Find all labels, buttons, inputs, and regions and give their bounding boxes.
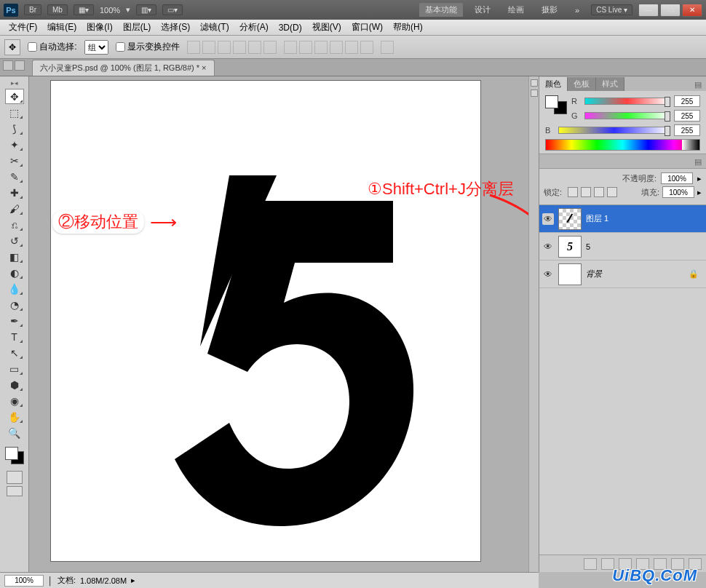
panel-menu-icon[interactable]: ▤ bbox=[690, 79, 706, 91]
g-input[interactable] bbox=[674, 110, 700, 122]
r-slider[interactable] bbox=[584, 98, 670, 105]
align-icon[interactable] bbox=[187, 41, 200, 54]
close-button[interactable]: ✕ bbox=[682, 4, 702, 17]
layer-thumbnail[interactable]: 5 bbox=[558, 236, 582, 258]
layer-row[interactable]: 👁 背景 🔒 bbox=[539, 261, 706, 288]
zoom-dropdown-icon[interactable]: ▾ bbox=[126, 5, 130, 15]
layer-row[interactable]: 👁 5 5 bbox=[539, 233, 706, 261]
tab-next-icon[interactable] bbox=[15, 60, 25, 71]
lock-all-icon[interactable] bbox=[607, 187, 617, 197]
bridge-button[interactable]: Br bbox=[24, 4, 41, 15]
lock-position-icon[interactable] bbox=[594, 187, 604, 197]
arrange-button[interactable]: ▥▾ bbox=[136, 4, 156, 15]
chevron-down-icon[interactable]: ▸ bbox=[697, 188, 702, 197]
layer-name[interactable]: 图层 1 bbox=[586, 213, 703, 224]
zoom-tool[interactable]: 🔍 bbox=[5, 425, 24, 440]
lock-pixels-icon[interactable] bbox=[581, 187, 591, 197]
color-swatches[interactable] bbox=[4, 445, 25, 466]
align-icon[interactable] bbox=[263, 41, 277, 54]
workspace-photography[interactable]: 摄影 bbox=[536, 3, 563, 17]
3d-camera-tool[interactable]: ◉ bbox=[5, 393, 24, 408]
eyedropper-tool[interactable]: ✎ bbox=[5, 169, 24, 184]
menu-analysis[interactable]: 分析(A) bbox=[235, 20, 273, 35]
panel-menu-icon[interactable]: ▤ bbox=[690, 156, 706, 168]
auto-select-checkbox[interactable]: 自动选择: bbox=[28, 41, 77, 53]
maximize-button[interactable]: ▭ bbox=[660, 4, 681, 17]
distribute-icon[interactable] bbox=[314, 41, 328, 54]
menu-select[interactable]: 选择(S) bbox=[156, 20, 194, 35]
menu-layer[interactable]: 图层(L) bbox=[119, 20, 156, 35]
minibridge-button[interactable]: Mb bbox=[47, 4, 68, 15]
document-tab[interactable]: 六小灵童PS.psd @ 100% (图层 1, RGB/8#) * × bbox=[32, 60, 215, 76]
healing-tool[interactable]: ✚ bbox=[5, 185, 24, 200]
menu-image[interactable]: 图像(I) bbox=[82, 20, 116, 35]
auto-select-type[interactable]: 组 bbox=[84, 40, 108, 55]
quickmask-button[interactable] bbox=[7, 471, 23, 484]
distribute-icon[interactable] bbox=[360, 41, 373, 54]
lock-transparent-icon[interactable] bbox=[568, 187, 578, 197]
layer-thumbnail[interactable]: / bbox=[558, 208, 582, 230]
menu-filter[interactable]: 滤镜(T) bbox=[196, 20, 233, 35]
link-layers-icon[interactable] bbox=[584, 558, 597, 570]
r-input[interactable] bbox=[674, 95, 700, 107]
path-tool[interactable]: ↖ bbox=[5, 345, 24, 360]
brush-tool[interactable]: 🖌 bbox=[5, 201, 24, 216]
pen-tool[interactable]: ✒ bbox=[5, 313, 24, 328]
menu-edit[interactable]: 编辑(E) bbox=[43, 20, 81, 35]
distribute-icon[interactable] bbox=[284, 41, 297, 54]
history-brush-tool[interactable]: ↺ bbox=[5, 233, 24, 248]
workspace-painting[interactable]: 绘画 bbox=[502, 3, 530, 17]
menu-window[interactable]: 窗口(W) bbox=[347, 20, 387, 35]
marquee-tool[interactable]: ⬚ bbox=[5, 105, 24, 120]
hand-tool[interactable]: ✋ bbox=[5, 409, 24, 424]
workspace-essentials[interactable]: 基本功能 bbox=[419, 3, 463, 17]
layer-row[interactable]: 👁 / 图层 1 bbox=[539, 205, 706, 233]
layer-thumbnail[interactable] bbox=[558, 263, 582, 285]
tab-prev-icon[interactable] bbox=[3, 60, 13, 71]
minimize-button[interactable]: — bbox=[638, 4, 659, 17]
wand-tool[interactable]: ✦ bbox=[5, 137, 24, 152]
g-slider[interactable] bbox=[584, 112, 670, 119]
toolbox-grip[interactable]: ▸◂ bbox=[11, 79, 18, 87]
canvas-area[interactable]: ①Shift+Ctrl+J分离层 ②移动位置 ⟶ bbox=[29, 76, 539, 572]
autoalign-button[interactable] bbox=[381, 41, 394, 54]
collapsed-panel-strip[interactable] bbox=[528, 76, 539, 572]
crop-tool[interactable]: ✂ bbox=[5, 153, 24, 168]
shape-tool[interactable]: ▭ bbox=[5, 361, 24, 376]
opacity-input[interactable] bbox=[661, 172, 693, 184]
distribute-icon[interactable] bbox=[299, 41, 312, 54]
dodge-tool[interactable]: ◔ bbox=[5, 297, 24, 312]
fill-input[interactable] bbox=[662, 186, 694, 198]
b-slider[interactable] bbox=[558, 127, 670, 134]
menu-help[interactable]: 帮助(H) bbox=[389, 20, 427, 35]
visibility-icon[interactable]: 👁 bbox=[542, 213, 554, 225]
menu-3d[interactable]: 3D(D) bbox=[274, 21, 306, 34]
workspace-more[interactable]: » bbox=[569, 4, 585, 16]
move-tool[interactable]: ✥ bbox=[5, 89, 24, 104]
viewextras-button[interactable]: ▦▾ bbox=[74, 4, 94, 15]
zoom-input[interactable] bbox=[4, 575, 44, 587]
tab-color[interactable]: 颜色 bbox=[539, 77, 568, 91]
b-input[interactable] bbox=[674, 124, 700, 136]
chevron-down-icon[interactable]: ▸ bbox=[697, 174, 702, 183]
spectrum-bar[interactable] bbox=[545, 139, 700, 151]
align-icon[interactable] bbox=[233, 41, 246, 54]
3d-tool[interactable]: ⬢ bbox=[5, 377, 24, 392]
menu-file[interactable]: 文件(F) bbox=[4, 20, 41, 35]
lasso-tool[interactable]: ⟆ bbox=[5, 121, 24, 136]
tab-swatches[interactable]: 色板 bbox=[568, 77, 596, 91]
screenmode-toggle[interactable] bbox=[7, 486, 23, 496]
align-icon[interactable] bbox=[248, 41, 261, 54]
status-menu-icon[interactable]: ▸ bbox=[131, 576, 135, 585]
show-transform-checkbox[interactable]: 显示变换控件 bbox=[116, 41, 180, 53]
screenmode-button[interactable]: ▭▾ bbox=[162, 4, 183, 15]
align-icon[interactable] bbox=[202, 41, 215, 54]
workspace-design[interactable]: 设计 bbox=[469, 3, 496, 17]
type-tool[interactable]: T bbox=[5, 329, 24, 344]
tab-styles[interactable]: 样式 bbox=[596, 77, 624, 91]
zoom-level[interactable]: 100% bbox=[100, 6, 120, 15]
eraser-tool[interactable]: ◧ bbox=[5, 249, 24, 264]
cslive-button[interactable]: CS Live ▾ bbox=[591, 4, 632, 15]
stamp-tool[interactable]: ⎌ bbox=[5, 217, 24, 232]
blur-tool[interactable]: 💧 bbox=[5, 281, 24, 296]
